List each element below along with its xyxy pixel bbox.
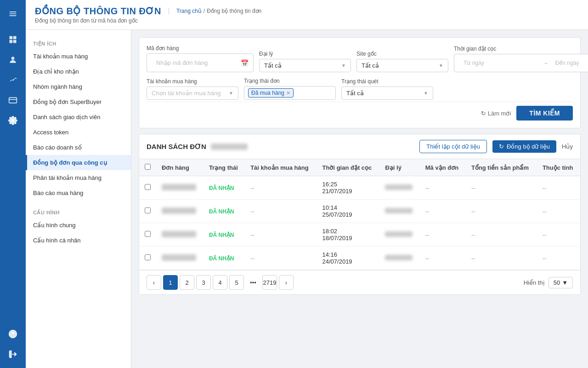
sidebar-section-cau-hinh: CẤU HÌNH [26, 206, 131, 218]
cancel-button[interactable]: Hủy [562, 143, 573, 150]
hamburger-icon[interactable] [4, 5, 22, 23]
th-thoi-gian-dat-coc: Thời gian đặt cọc [317, 159, 380, 176]
status-badge-0: ĐÃ NHẬN [209, 185, 234, 191]
row-van-don-3: -- [420, 247, 466, 270]
order-link-3[interactable] [162, 254, 196, 261]
row-checkbox-cell [139, 247, 156, 270]
sidebar-item-dong-bo-don-qua-cong-cu[interactable]: Đồng bộ đơn qua công cụ [26, 155, 131, 170]
sidebar-item-tai-khoan-mua-hang[interactable]: Tài khoản mua hàng [26, 49, 131, 64]
logout-icon[interactable] [4, 345, 22, 363]
trang-thai-tag-remove[interactable]: ✕ [286, 90, 290, 96]
sidebar-item-dong-bo-don-superbuyer[interactable]: Đồng bộ đơn SuperBuyer [26, 94, 131, 109]
table-title-text: DANH SÁCH ĐƠN [147, 143, 206, 151]
chart-icon[interactable] [4, 71, 22, 89]
sidebar-item-bao-cao-doanh-so[interactable]: Báo cáo doanh số [26, 140, 131, 155]
help-icon[interactable] [4, 325, 22, 343]
row-account-2: -- [245, 223, 317, 247]
breadcrumb-sep: / [204, 8, 205, 14]
svg-rect-1 [10, 13, 17, 14]
table-badge [211, 144, 248, 150]
row-tong-tien-1: -- [466, 200, 537, 223]
row-time-1: 10:14 25/07/2019 [317, 200, 380, 223]
th-thuoc-tinh: Thuộc tính [537, 159, 580, 176]
tai-khoan-chevron-icon: ▼ [229, 91, 233, 96]
page-2-button[interactable]: 2 [180, 275, 194, 290]
page-dots: ••• [246, 275, 260, 290]
trang-thai-don-label: Trạng thái đơn [244, 78, 336, 84]
filter-dai-ly: Đại lý Tất cả ▼ [259, 51, 351, 72]
dai-ly-select[interactable]: Tất cả ▼ [259, 59, 351, 72]
next-page-button[interactable]: › [279, 275, 294, 290]
main-content: Mã đơn hàng 📅 Đại lý Tất cả ▼ [131, 30, 588, 368]
row-van-don-2: -- [420, 223, 466, 247]
breadcrumb-home[interactable]: Trang chủ [176, 8, 202, 14]
den-ngay-input[interactable] [551, 57, 588, 69]
tu-ngay-input[interactable] [459, 57, 542, 69]
sidebar-item-cau-hinh-chung[interactable]: Cấu hình chung [26, 218, 131, 233]
order-link-1[interactable] [162, 207, 196, 214]
sidebar-item-phan-tai-khoan-mua-hang[interactable]: Phân tài khoản mua hàng [26, 170, 131, 185]
table-body: ĐÃ NHẬN -- 16:25 21/07/2019 -- -- -- ĐÃ … [139, 176, 580, 270]
trang-thai-tag-value: Đã mua hàng [251, 90, 284, 96]
row-van-don-0: -- [420, 176, 466, 200]
agent-blurred-2 [385, 231, 413, 237]
user-icon[interactable] [4, 51, 22, 69]
svg-rect-4 [13, 36, 17, 40]
status-badge-3: ĐÃ NHẬN [209, 255, 234, 262]
page-1-button[interactable]: 1 [163, 275, 178, 290]
row-checkbox-3[interactable] [145, 254, 151, 260]
row-checkbox-1[interactable] [145, 207, 151, 213]
row-order-0 [156, 176, 204, 200]
page-5-button[interactable]: 5 [229, 275, 244, 290]
row-agent-3 [379, 247, 419, 270]
breadcrumb: Trang chủ / Đồng bộ thông tin đơn [169, 8, 261, 14]
row-checkbox-cell [139, 223, 156, 247]
sidebar-item-nhom-nganh-hang[interactable]: Nhóm ngành hàng [26, 79, 131, 94]
row-checkbox-0[interactable] [145, 184, 151, 190]
order-link-2[interactable] [162, 231, 196, 237]
page-3-button[interactable]: 3 [196, 275, 211, 290]
sidebar-item-access-token[interactable]: Access token [26, 125, 131, 140]
row-thuoc-tinh-1: -- [537, 200, 580, 223]
sidebar: TIỆN ÍCH Tài khoản mua hàng Địa chỉ kho … [26, 30, 131, 368]
select-all-checkbox[interactable] [145, 164, 151, 170]
status-badge-2: ĐÃ NHẬN [209, 232, 234, 238]
row-thuoc-tinh-3: -- [537, 247, 580, 270]
refresh-button[interactable]: ↻ Làm mới [481, 110, 511, 117]
settings-icon[interactable] [4, 111, 22, 130]
page-subtitle: Đồng bộ thông tin đơn từ mã hóa đơn gốc [35, 17, 579, 24]
th-trang-thai: Trạng thái [204, 159, 245, 176]
sidebar-item-bao-cao-mua-hang[interactable]: Báo cáo mua hàng [26, 185, 131, 201]
dashboard-icon[interactable] [4, 30, 22, 49]
card-icon[interactable] [4, 91, 22, 109]
page-last-button[interactable]: 2719 [262, 275, 277, 290]
status-badge-1: ĐÃ NHẬN [209, 208, 234, 215]
row-order-2 [156, 223, 204, 247]
page-4-button[interactable]: 4 [213, 275, 227, 290]
prev-page-button[interactable]: ‹ [147, 275, 161, 290]
sidebar-item-dia-chi-kho-nhan[interactable]: Địa chỉ kho nhận [26, 64, 131, 79]
sidebar-item-cau-hinh-ca-nhan[interactable]: Cấu hình cá nhân [26, 233, 131, 248]
table-header: Đơn hàng Trạng thái Tài khoản mua hàng T… [139, 159, 580, 176]
row-status-1: ĐÃ NHẬN [204, 200, 245, 223]
sync-button[interactable]: ↻ Đồng bộ dữ liệu [492, 140, 556, 153]
setup-columns-button[interactable]: Thiết lập cột dữ liệu [419, 140, 487, 153]
tai-khoan-select[interactable]: Chọn tài khoản mua hàng ▼ [147, 86, 238, 100]
th-don-hang: Đơn hàng [156, 159, 204, 176]
table-title: DANH SÁCH ĐƠN [147, 143, 414, 151]
ma-don-hang-input[interactable] [152, 57, 238, 69]
trang-thai-quet-select[interactable]: Tất cả ▼ [341, 86, 433, 100]
trang-thai-don-box[interactable]: Đã mua hàng ✕ [244, 86, 336, 100]
date-range-picker[interactable]: ~ 📅 [454, 54, 588, 72]
order-link-0[interactable] [162, 184, 196, 190]
sidebar-item-danh-sach-giao-dich-vien[interactable]: Danh sách giao dịch viên [26, 109, 131, 125]
search-button[interactable]: TÌM KIẾM [516, 106, 573, 121]
ma-don-hang-label: Mã đơn hàng [147, 45, 254, 52]
table-row: ĐÃ NHẬN -- 14:16 24/07/2019 -- -- -- [139, 247, 580, 270]
thoi-gian-dat-coc-label: Thời gian đặt cọc [454, 46, 588, 52]
sidebar-section-tien-ich: TIỆN ÍCH [26, 37, 131, 49]
site-goc-select[interactable]: Tất cả ▼ [356, 59, 448, 72]
svg-rect-5 [10, 40, 13, 43]
show-count-select[interactable]: 50 ▼ [548, 277, 573, 288]
row-checkbox-2[interactable] [145, 231, 151, 237]
